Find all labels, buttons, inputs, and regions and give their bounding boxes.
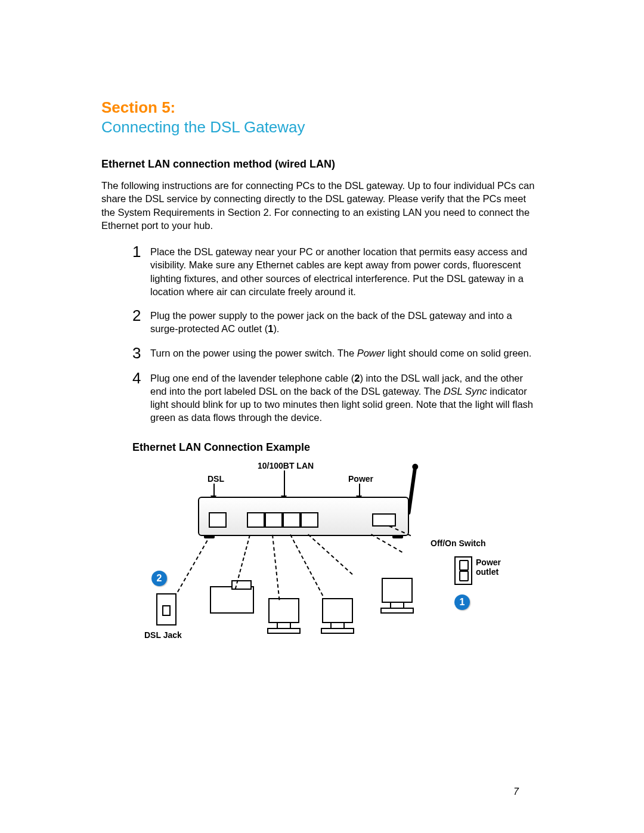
- callout-1-badge: 1: [454, 594, 470, 610]
- label-dsljack: DSL Jack: [144, 630, 182, 640]
- step-4: 4 Plug one end of the lavender telephone…: [132, 371, 537, 425]
- pc-icon: [377, 578, 415, 614]
- dashed-line: [177, 535, 211, 592]
- section-title: Connecting the DSL Gateway: [101, 118, 537, 137]
- step-number: 4: [132, 370, 150, 386]
- intro-paragraph: The following instructions are for conne…: [101, 179, 537, 232]
- power-outlet-icon: [454, 556, 472, 585]
- arrow-line: [359, 484, 360, 497]
- callout-2-badge: 2: [151, 571, 167, 586]
- port-icon: [265, 512, 283, 528]
- pc-icon: [317, 598, 355, 634]
- printer-icon: [210, 586, 254, 614]
- wall-plate-icon: [156, 593, 177, 625]
- label-lan: 10/100BT LAN: [258, 461, 314, 470]
- pc-icon: [264, 598, 302, 634]
- dashed-line: [272, 535, 280, 600]
- step-number: 1: [132, 244, 150, 259]
- step-text: Plug one end of the lavender telephone c…: [150, 371, 537, 425]
- step-text: Turn on the power using the power switch…: [150, 346, 537, 360]
- label-dsl: DSL: [208, 474, 224, 484]
- connection-diagram: 10/100BT LAN DSL Power Off/On Switch Pow…: [132, 461, 514, 658]
- section-label: Section 5:: [101, 98, 537, 117]
- switch-icon: [372, 513, 396, 527]
- document-page: Section 5: Connecting the DSL Gateway Et…: [0, 0, 644, 833]
- arrow-line: [284, 470, 285, 497]
- step-number: 2: [132, 308, 150, 323]
- port-icon: [283, 512, 301, 528]
- label-switch: Off/On Switch: [431, 538, 486, 548]
- step-number: 3: [132, 345, 150, 361]
- heading-example: Ethernet LAN Connection Example: [132, 441, 537, 454]
- port-icon: [301, 512, 318, 528]
- heading-method: Ethernet LAN connection method (wired LA…: [101, 158, 537, 171]
- label-power: Power: [348, 474, 373, 484]
- step-1: 1 Place the DSL gateway near your PC or …: [132, 245, 537, 298]
- router-icon: [198, 497, 409, 536]
- step-text: Place the DSL gateway near your PC or an…: [150, 245, 537, 298]
- step-3: 3 Turn on the power using the power swit…: [132, 346, 537, 361]
- step-2: 2 Plug the power supply to the power jac…: [132, 309, 537, 336]
- label-outlet: Power outlet: [476, 558, 501, 577]
- steps-list: 1 Place the DSL gateway near your PC or …: [101, 245, 537, 425]
- arrow-line: [213, 484, 215, 497]
- port-icon: [209, 512, 227, 528]
- step-text: Plug the power supply to the power jack …: [150, 309, 537, 336]
- dashed-line: [308, 534, 353, 574]
- page-number: 7: [513, 786, 519, 797]
- port-icon: [247, 512, 265, 528]
